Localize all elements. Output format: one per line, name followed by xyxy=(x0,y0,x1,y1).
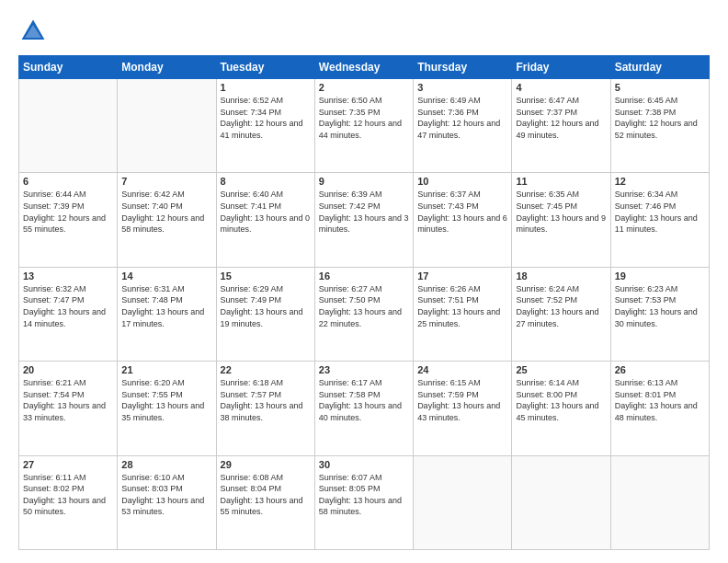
calendar-cell: 5Sunrise: 6:45 AM Sunset: 7:38 PM Daylig… xyxy=(610,79,709,173)
day-info: Sunrise: 6:27 AM Sunset: 7:50 PM Dayligh… xyxy=(319,283,409,329)
day-info: Sunrise: 6:15 AM Sunset: 7:59 PM Dayligh… xyxy=(417,377,507,423)
day-number: 14 xyxy=(121,270,211,282)
weekday-header-tuesday: Tuesday xyxy=(216,56,314,79)
calendar-cell: 19Sunrise: 6:23 AM Sunset: 7:53 PM Dayli… xyxy=(610,267,709,361)
day-info: Sunrise: 6:07 AM Sunset: 8:05 PM Dayligh… xyxy=(319,472,409,518)
calendar-cell: 1Sunrise: 6:52 AM Sunset: 7:34 PM Daylig… xyxy=(216,79,314,173)
calendar-cell: 18Sunrise: 6:24 AM Sunset: 7:52 PM Dayli… xyxy=(512,267,610,361)
calendar-cell: 25Sunrise: 6:14 AM Sunset: 8:00 PM Dayli… xyxy=(512,362,610,455)
calendar-week-3: 13Sunrise: 6:32 AM Sunset: 7:47 PM Dayli… xyxy=(19,267,710,361)
calendar-cell: 7Sunrise: 6:42 AM Sunset: 7:40 PM Daylig… xyxy=(118,173,216,267)
day-info: Sunrise: 6:17 AM Sunset: 7:58 PM Dayligh… xyxy=(319,377,409,423)
calendar-cell xyxy=(118,79,216,173)
day-info: Sunrise: 6:44 AM Sunset: 7:39 PM Dayligh… xyxy=(23,189,113,235)
day-info: Sunrise: 6:23 AM Sunset: 7:53 PM Dayligh… xyxy=(615,283,705,329)
weekday-header-friday: Friday xyxy=(512,56,610,79)
day-number: 24 xyxy=(417,364,507,375)
calendar-cell xyxy=(19,79,118,173)
calendar-cell: 10Sunrise: 6:37 AM Sunset: 7:43 PM Dayli… xyxy=(414,173,512,267)
calendar-week-2: 6Sunrise: 6:44 AM Sunset: 7:39 PM Daylig… xyxy=(19,173,710,267)
calendar-cell: 30Sunrise: 6:07 AM Sunset: 8:05 PM Dayli… xyxy=(314,455,413,549)
calendar-cell: 8Sunrise: 6:40 AM Sunset: 7:41 PM Daylig… xyxy=(216,173,314,267)
day-info: Sunrise: 6:37 AM Sunset: 7:43 PM Dayligh… xyxy=(417,189,507,235)
day-number: 29 xyxy=(221,459,311,470)
calendar-cell: 24Sunrise: 6:15 AM Sunset: 7:59 PM Dayli… xyxy=(414,362,512,455)
day-info: Sunrise: 6:35 AM Sunset: 7:45 PM Dayligh… xyxy=(516,189,606,235)
day-number: 4 xyxy=(516,82,606,93)
calendar-cell: 20Sunrise: 6:21 AM Sunset: 7:54 PM Dayli… xyxy=(19,362,118,455)
day-number: 25 xyxy=(516,364,606,375)
day-number: 8 xyxy=(221,176,311,187)
logo xyxy=(18,17,51,46)
day-number: 3 xyxy=(417,82,507,93)
day-info: Sunrise: 6:31 AM Sunset: 7:48 PM Dayligh… xyxy=(121,283,211,329)
weekday-header-sunday: Sunday xyxy=(19,56,118,79)
weekday-header-monday: Monday xyxy=(118,56,216,79)
day-info: Sunrise: 6:24 AM Sunset: 7:52 PM Dayligh… xyxy=(516,283,606,329)
calendar-table: SundayMondayTuesdayWednesdayThursdayFrid… xyxy=(18,55,710,550)
calendar-cell: 28Sunrise: 6:10 AM Sunset: 8:03 PM Dayli… xyxy=(118,455,216,549)
day-number: 18 xyxy=(516,270,606,282)
page: SundayMondayTuesdayWednesdayThursdayFrid… xyxy=(0,0,728,563)
day-number: 20 xyxy=(23,364,113,375)
calendar-cell: 12Sunrise: 6:34 AM Sunset: 7:46 PM Dayli… xyxy=(610,173,709,267)
calendar-cell: 15Sunrise: 6:29 AM Sunset: 7:49 PM Dayli… xyxy=(216,267,314,361)
day-number: 30 xyxy=(319,459,409,470)
day-info: Sunrise: 6:52 AM Sunset: 7:34 PM Dayligh… xyxy=(221,95,311,141)
calendar-week-1: 1Sunrise: 6:52 AM Sunset: 7:34 PM Daylig… xyxy=(19,79,710,173)
calendar-week-5: 27Sunrise: 6:11 AM Sunset: 8:02 PM Dayli… xyxy=(19,455,710,549)
day-number: 17 xyxy=(417,270,507,282)
day-info: Sunrise: 6:10 AM Sunset: 8:03 PM Dayligh… xyxy=(121,472,211,518)
calendar-cell: 11Sunrise: 6:35 AM Sunset: 7:45 PM Dayli… xyxy=(512,173,610,267)
calendar-cell: 26Sunrise: 6:13 AM Sunset: 8:01 PM Dayli… xyxy=(610,362,709,455)
day-number: 11 xyxy=(516,176,606,187)
day-info: Sunrise: 6:20 AM Sunset: 7:55 PM Dayligh… xyxy=(121,377,211,423)
day-info: Sunrise: 6:42 AM Sunset: 7:40 PM Dayligh… xyxy=(121,189,211,235)
day-number: 21 xyxy=(121,364,211,375)
calendar-cell xyxy=(414,455,512,549)
day-number: 6 xyxy=(23,176,113,187)
day-number: 10 xyxy=(417,176,507,187)
day-info: Sunrise: 6:29 AM Sunset: 7:49 PM Dayligh… xyxy=(221,283,311,329)
day-number: 7 xyxy=(121,176,211,187)
day-info: Sunrise: 6:47 AM Sunset: 7:37 PM Dayligh… xyxy=(516,95,606,141)
day-number: 5 xyxy=(615,82,705,93)
calendar-cell: 6Sunrise: 6:44 AM Sunset: 7:39 PM Daylig… xyxy=(19,173,118,267)
day-info: Sunrise: 6:11 AM Sunset: 8:02 PM Dayligh… xyxy=(23,472,113,518)
weekday-header-thursday: Thursday xyxy=(414,56,512,79)
day-number: 9 xyxy=(319,176,409,187)
weekday-header-saturday: Saturday xyxy=(610,56,709,79)
day-info: Sunrise: 6:49 AM Sunset: 7:36 PM Dayligh… xyxy=(417,95,507,141)
calendar-cell: 16Sunrise: 6:27 AM Sunset: 7:50 PM Dayli… xyxy=(314,267,413,361)
day-info: Sunrise: 6:13 AM Sunset: 8:01 PM Dayligh… xyxy=(615,377,705,423)
day-number: 13 xyxy=(23,270,113,282)
day-info: Sunrise: 6:32 AM Sunset: 7:47 PM Dayligh… xyxy=(23,283,113,329)
day-number: 1 xyxy=(221,82,311,93)
header xyxy=(18,17,710,46)
calendar-cell xyxy=(512,455,610,549)
weekday-header-wednesday: Wednesday xyxy=(314,56,413,79)
calendar-cell: 14Sunrise: 6:31 AM Sunset: 7:48 PM Dayli… xyxy=(118,267,216,361)
day-number: 27 xyxy=(23,459,113,470)
calendar-cell: 4Sunrise: 6:47 AM Sunset: 7:37 PM Daylig… xyxy=(512,79,610,173)
weekday-header-row: SundayMondayTuesdayWednesdayThursdayFrid… xyxy=(19,56,710,79)
day-info: Sunrise: 6:39 AM Sunset: 7:42 PM Dayligh… xyxy=(319,189,409,235)
calendar-cell: 21Sunrise: 6:20 AM Sunset: 7:55 PM Dayli… xyxy=(118,362,216,455)
day-info: Sunrise: 6:14 AM Sunset: 8:00 PM Dayligh… xyxy=(516,377,606,423)
calendar-cell: 27Sunrise: 6:11 AM Sunset: 8:02 PM Dayli… xyxy=(19,455,118,549)
calendar-week-4: 20Sunrise: 6:21 AM Sunset: 7:54 PM Dayli… xyxy=(19,362,710,455)
calendar-cell: 3Sunrise: 6:49 AM Sunset: 7:36 PM Daylig… xyxy=(414,79,512,173)
day-info: Sunrise: 6:21 AM Sunset: 7:54 PM Dayligh… xyxy=(23,377,113,423)
day-number: 26 xyxy=(615,364,705,375)
day-number: 16 xyxy=(319,270,409,282)
day-info: Sunrise: 6:18 AM Sunset: 7:57 PM Dayligh… xyxy=(221,377,311,423)
day-number: 22 xyxy=(221,364,311,375)
day-number: 23 xyxy=(319,364,409,375)
calendar-cell: 22Sunrise: 6:18 AM Sunset: 7:57 PM Dayli… xyxy=(216,362,314,455)
day-number: 28 xyxy=(121,459,211,470)
day-number: 15 xyxy=(221,270,311,282)
day-info: Sunrise: 6:34 AM Sunset: 7:46 PM Dayligh… xyxy=(615,189,705,235)
calendar-cell: 13Sunrise: 6:32 AM Sunset: 7:47 PM Dayli… xyxy=(19,267,118,361)
day-info: Sunrise: 6:50 AM Sunset: 7:35 PM Dayligh… xyxy=(319,95,409,141)
calendar-cell: 17Sunrise: 6:26 AM Sunset: 7:51 PM Dayli… xyxy=(414,267,512,361)
